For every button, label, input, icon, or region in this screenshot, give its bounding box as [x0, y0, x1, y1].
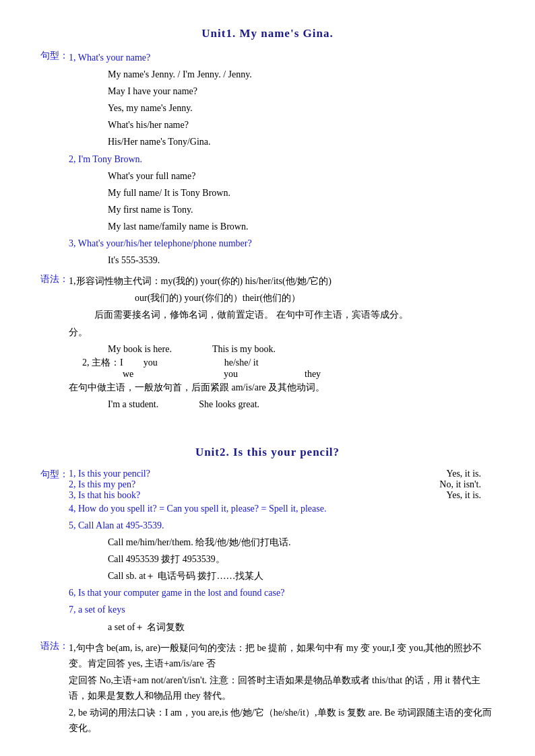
g1s1: our(我们的) your(你们的）their(他们的）	[135, 290, 495, 306]
u2s5l1: Call me/him/her/them. 给我/他/她/他们打电话.	[108, 535, 495, 550]
u2s5-num: 5, Call Alan at 495-3539.	[69, 518, 495, 533]
g2-you2: you	[224, 369, 305, 380]
zhuger-row2: we you they	[82, 369, 495, 380]
u2s2-a: No, it isn't.	[439, 479, 481, 490]
u2s1-q: 1, Is this your pencil?	[69, 469, 150, 479]
u2s7-sub: a set of＋ 名词复数	[108, 619, 495, 635]
sentence-label: 句型：	[40, 50, 69, 62]
s2l1: What's your full name?	[108, 168, 495, 184]
u2s1: 1, Is this your pencil? Yes, it is.	[69, 469, 495, 479]
g2-we: we	[123, 369, 203, 380]
u2s1-a: Yes, it is.	[447, 469, 482, 479]
s1l1: My name's Jenny. / I'm Jenny. / Jenny.	[108, 67, 495, 82]
g1-ex1: My book is here.	[108, 341, 172, 357]
u2s4: 4, How do you spell it? = Can you spell …	[69, 501, 495, 516]
u2s3-a: Yes, it is.	[447, 490, 482, 501]
g2-he: he/she/ it	[224, 357, 259, 368]
g2-they: they	[305, 369, 321, 380]
sentence1-num: 1, What's your name?	[69, 50, 495, 65]
s2l2: My full name/ It is Tony Brown.	[108, 185, 495, 201]
g2-label: 2, 主格：I	[82, 357, 123, 369]
s3l1: It's 555-3539.	[108, 252, 495, 268]
u2g2: 2, be 动词的用法口诀：I am，you are,is 他/她/它（he/s…	[69, 705, 495, 736]
u2s5-lines: Call me/him/her/them. 给我/他/她/他们打电话. Call…	[108, 535, 495, 584]
g1-ex2: This is my book.	[212, 341, 276, 357]
unit1-title: Unit1. My name's Gina.	[40, 27, 495, 40]
unit1-sentence-block: 句型： 1, What's your name? My name's Jenny…	[40, 50, 495, 269]
u2s2: 2, Is this my pen? No, it isn't.	[69, 479, 495, 490]
g2-note: 在句中做主语，一般放句首，后面紧跟 am/is/are 及其他动词。	[69, 380, 495, 395]
unit2-section: Unit2. Is this your pencil? 句型： 1, Is th…	[40, 446, 495, 737]
unit2-sentence-block: 句型： 1, Is this your pencil? Yes, it is. …	[40, 469, 495, 636]
s1l3: Yes, my name's Jenny.	[108, 100, 495, 116]
s1l5: His/Her name's Tony/Gina.	[108, 134, 495, 149]
unit2-title: Unit2. Is this your pencil?	[40, 446, 495, 459]
s2l4: My last name/family name is Brown.	[108, 219, 495, 234]
g2-you: you	[144, 357, 224, 368]
u2s3: 3, Is that his book? Yes, it is.	[69, 490, 495, 501]
u2s2-q: 2, Is this my pen?	[69, 479, 135, 490]
g2-ex2: She looks great.	[199, 397, 259, 412]
sentence3-num: 3, What's your/his/her telephone/phone n…	[69, 236, 495, 251]
unit2-sentence-label: 句型：	[40, 469, 69, 481]
u2g1-cont: 定回答 No,主语+am not/aren't/isn't. 注意：回答时主语如…	[69, 673, 495, 703]
u2s7: 7, a set of keys	[69, 602, 495, 617]
sentence3-lines: It's 555-3539.	[108, 252, 495, 268]
g1-extra: 分。	[69, 324, 495, 340]
sentence1-lines: My name's Jenny. / I'm Jenny. / Jenny. M…	[108, 67, 495, 149]
u2s5l2: Call 4953539 拨打 4953539。	[108, 551, 495, 567]
zhuger-header: 2, 主格：I you he/she/ it	[82, 357, 495, 369]
grammar1-subs: our(我们的) your(你们的）their(他们的） 后面需要接名词，修饰名…	[94, 290, 495, 322]
sentence2-num: 2, I'm Tony Brown.	[69, 151, 495, 167]
spacer1	[40, 432, 495, 439]
unit1-section: Unit1. My name's Gina. 句型： 1, What's you…	[40, 27, 495, 412]
grammar2-block: 2, 主格：I you he/she/ it we you they 在句中做主…	[69, 357, 495, 412]
g1s2: 后面需要接名词，修饰名词，做前置定语。 在句中可作主语，宾语等成分。	[94, 307, 495, 322]
sentence2-lines: What's your full name? My full name/ It …	[108, 168, 495, 234]
u2s5l3: Call sb. at＋ 电话号码 拨打……找某人	[108, 568, 495, 584]
s1l4: What's his/her name?	[108, 117, 495, 133]
g2-examples: I'm a student. She looks great.	[108, 397, 495, 412]
unit2-grammar-block: 语法： 1,句中含 be(am, is, are)一般疑问句的变法：把 be 提…	[40, 640, 495, 738]
grammar1-line1: 1,形容词性物主代词：my(我的) your(你的) his/her/its(他…	[69, 273, 495, 289]
unit2-grammar-label: 语法：	[40, 640, 69, 652]
g2-ex1: I'm a student.	[108, 397, 158, 412]
spacer2	[40, 439, 495, 446]
s2l3: My first name is Tony.	[108, 202, 495, 217]
u2s6: 6, Is that your computer game in the los…	[69, 585, 495, 600]
s1l2: May I have your name?	[108, 83, 495, 99]
u2s3-q: 3, Is that his book?	[69, 490, 140, 501]
unit1-grammar-block: 语法： 1,形容词性物主代词：my(我的) your(你的) his/her/i…	[40, 273, 495, 412]
u2g1: 1,句中含 be(am, is, are)一般疑问句的变法：把 be 提前，如果…	[69, 640, 495, 671]
g1-examples: My book is here. This is my book.	[108, 341, 495, 357]
u2s7b: a set of＋ 名词复数	[108, 619, 495, 635]
grammar-label: 语法：	[40, 273, 69, 285]
